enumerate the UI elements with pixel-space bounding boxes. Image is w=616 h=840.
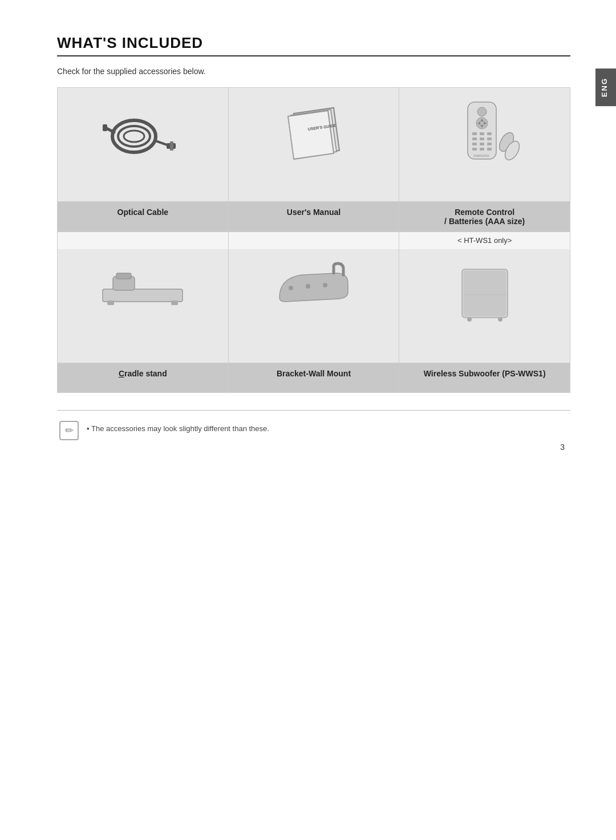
pencil-icon: ✏ (65, 424, 74, 437)
note-text: The accessories may look slightly differ… (87, 423, 269, 435)
svg-rect-25 (487, 137, 492, 140)
svg-point-42 (323, 283, 327, 287)
svg-rect-35 (103, 289, 183, 302)
wireless-subwoofer-icon (448, 261, 522, 329)
bracket-wall-mount-label: Bracket-Wall Mount (228, 363, 399, 393)
note-section: ✏ The accessories may look slightly diff… (57, 420, 570, 440)
row1-labels: Optical Cable User's Manual Remote Contr… (58, 202, 570, 232)
svg-rect-23 (472, 137, 477, 140)
users-manual-label: User's Manual (228, 202, 399, 232)
svg-rect-38 (107, 301, 114, 305)
svg-rect-22 (487, 132, 492, 135)
svg-marker-10 (288, 111, 334, 159)
users-manual-icon: USER'S GUIDE (274, 99, 354, 168)
svg-rect-7 (170, 141, 173, 151)
svg-point-40 (289, 286, 293, 290)
optical-cable-label: Optical Cable (58, 202, 229, 232)
svg-point-1 (118, 126, 150, 147)
page-number: 3 (560, 443, 565, 452)
optical-cable-icon (103, 99, 183, 168)
svg-rect-30 (480, 148, 484, 151)
svg-rect-20 (472, 132, 477, 135)
side-tab: ENG (595, 68, 616, 106)
row1-images: USER'S GUIDE (58, 88, 570, 202)
cradle-stand-image-cell (58, 249, 229, 363)
wireless-subwoofer-label: Wireless Subwoofer (PS-WWS1) (399, 363, 570, 393)
remote-control-image-cell: SAMSUNG (399, 88, 570, 202)
remote-control-label: Remote Control/ Batteries (AAA size) (399, 202, 570, 232)
accessories-table: USER'S GUIDE (57, 87, 570, 393)
svg-rect-4 (103, 124, 107, 131)
svg-rect-39 (171, 301, 178, 305)
wireless-subwoofer-image-cell (399, 249, 570, 363)
svg-point-2 (124, 131, 144, 142)
bracket-wall-mount-image-cell (228, 249, 399, 363)
title-divider (57, 55, 570, 56)
note-icon: ✏ (59, 421, 79, 440)
svg-point-41 (306, 284, 310, 289)
svg-point-45 (467, 317, 472, 322)
svg-rect-29 (472, 148, 477, 151)
row2-images (58, 249, 570, 363)
svg-rect-27 (480, 143, 484, 145)
note-divider (57, 410, 570, 411)
optical-cable-image-cell (58, 88, 229, 202)
svg-text:SAMSUNG: SAMSUNG (473, 154, 489, 157)
svg-rect-24 (480, 137, 484, 140)
page-title: WHAT'S INCLUDED (57, 34, 570, 52)
svg-rect-26 (472, 143, 477, 145)
svg-rect-31 (487, 148, 492, 151)
svg-point-46 (498, 317, 502, 322)
remote-control-icon: SAMSUNG (445, 99, 525, 173)
row2-ht-label: < HT-WS1 only> (58, 232, 570, 249)
cradle-stand-icon (97, 261, 188, 323)
intro-text: Check for the supplied accessories below… (57, 67, 570, 76)
bracket-wall-mount-icon (268, 261, 359, 323)
svg-rect-21 (480, 132, 484, 135)
svg-point-14 (477, 107, 487, 116)
svg-rect-28 (487, 143, 492, 145)
svg-rect-44 (464, 271, 506, 316)
ht-ws1-label: < HT-WS1 only> (399, 232, 570, 249)
cradle-stand-label: Cradle stand (58, 363, 229, 393)
svg-rect-37 (116, 273, 131, 279)
users-manual-image-cell: USER'S GUIDE (228, 88, 399, 202)
row2-labels: Cradle stand Bracket-Wall Mount Wireless… (58, 363, 570, 393)
